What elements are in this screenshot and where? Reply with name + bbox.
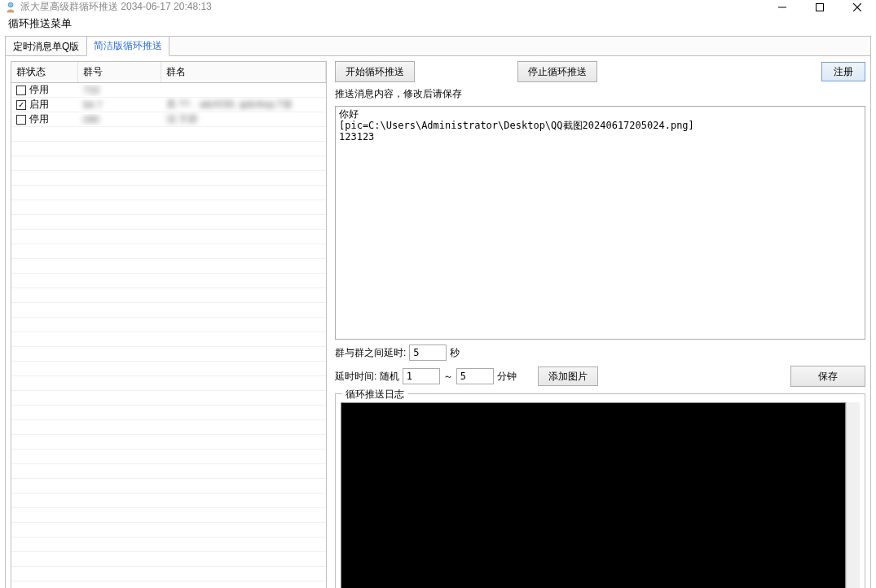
- row-number: 733: [83, 85, 99, 96]
- table-row: [11, 494, 326, 508]
- window-controls: [764, 0, 876, 14]
- delay-max-input[interactable]: [456, 368, 494, 384]
- row-checkbox[interactable]: [16, 86, 26, 95]
- svg-point-0: [8, 2, 13, 7]
- row-name: 活 方群: [166, 113, 198, 125]
- table-row: [11, 362, 326, 376]
- table-row: [11, 244, 326, 259]
- table-row: [11, 215, 326, 230]
- add-image-button[interactable]: 添加图片: [538, 366, 598, 386]
- minimize-button[interactable]: [764, 0, 801, 14]
- table-row: [11, 288, 326, 303]
- table-row: [11, 303, 326, 318]
- group-list-header: 群状态 群号 群名: [11, 62, 326, 83]
- tab-timed-single-q[interactable]: 定时消息单Q版: [6, 37, 86, 56]
- minutes-label: 分钟: [497, 370, 517, 384]
- save-button[interactable]: 保存: [790, 366, 865, 387]
- col-name[interactable]: 群名: [161, 62, 326, 82]
- tab-simple-loop-push[interactable]: 简洁版循环推送: [86, 36, 169, 56]
- close-button[interactable]: [839, 0, 876, 14]
- table-row: [11, 127, 326, 142]
- content-area: 群状态 群号 群名 停用 733✓启用94 7系 ??、a&#039; ≦&nb…: [6, 56, 870, 588]
- table-row: [11, 391, 326, 406]
- log-legend: 循环推送日志: [342, 388, 407, 402]
- app-icon: [5, 2, 16, 13]
- table-row: [11, 508, 326, 523]
- table-row: [11, 200, 326, 215]
- right-panel: 开始循环推送 停止循环推送 注册 推送消息内容，修改后请保存 群与群之间延时: …: [335, 61, 865, 588]
- row-status: 停用: [29, 83, 49, 97]
- svg-rect-2: [817, 3, 824, 11]
- maximize-button[interactable]: [801, 0, 839, 14]
- register-button[interactable]: 注册: [821, 62, 865, 81]
- start-loop-push-button[interactable]: 开始循环推送: [335, 61, 415, 82]
- between-delay-input[interactable]: [409, 344, 447, 361]
- table-row[interactable]: 停用 733: [11, 83, 326, 98]
- table-row: [11, 376, 326, 391]
- table-row[interactable]: ✓启用94 7系 ??、a&#039; ≦&nbsp;?派: [11, 98, 326, 112]
- delay-min-input[interactable]: [403, 368, 440, 384]
- table-row: [11, 259, 326, 274]
- table-row: [11, 538, 326, 552]
- table-row: [11, 420, 326, 435]
- stop-loop-push-button[interactable]: 停止循环推送: [517, 61, 597, 82]
- table-row: [11, 523, 326, 538]
- table-row: [11, 171, 326, 186]
- row-number: 090: [83, 114, 99, 125]
- main-frame: 定时消息单Q版 简洁版循环推送 群状态 群号 群名 停用 733✓启用94 7系…: [5, 36, 871, 588]
- table-row: [11, 274, 326, 288]
- table-row: [11, 552, 326, 567]
- row-checkbox[interactable]: ✓: [16, 100, 26, 110]
- group-list-body: 停用 733✓启用94 7系 ??、a&#039; ≦&nbsp;?派停用 09…: [11, 83, 326, 588]
- table-row: [11, 479, 326, 494]
- seconds-label: 秒: [450, 346, 460, 360]
- row-checkbox[interactable]: [16, 115, 26, 125]
- table-row: [11, 435, 326, 450]
- table-row: [11, 347, 326, 362]
- table-row: [11, 332, 326, 347]
- left-panel: 群状态 群号 群名 停用 733✓启用94 7系 ??、a&#039; ≦&nb…: [11, 61, 327, 588]
- table-row: [11, 318, 326, 332]
- range-separator: ～: [443, 370, 453, 384]
- table-row: [11, 156, 326, 171]
- table-row[interactable]: 停用 090活 方群: [11, 112, 326, 127]
- table-row: [11, 406, 326, 420]
- row-name: 系 ??、a&#039; ≦&nbsp;?派: [166, 99, 293, 110]
- top-button-row: 开始循环推送 停止循环推送 注册: [335, 61, 865, 82]
- col-number[interactable]: 群号: [78, 62, 161, 82]
- table-row: [11, 567, 326, 581]
- window-title: 派大星高级群循环推送 2034-06-17 20:48:13: [20, 0, 764, 14]
- table-row: [11, 142, 326, 156]
- tab-strip: 定时消息单Q版 简洁版循环推送: [6, 37, 870, 56]
- row-status: 启用: [29, 98, 49, 112]
- message-content-label: 推送消息内容，修改后请保存: [335, 87, 865, 101]
- row-number: 94 7: [83, 99, 102, 111]
- menu-label[interactable]: 循环推送菜单: [0, 14, 876, 36]
- title-bar: 派大星高级群循环推送 2034-06-17 20:48:13: [0, 0, 876, 14]
- col-status[interactable]: 群状态: [11, 62, 78, 82]
- table-row: [11, 230, 326, 244]
- table-row: [11, 450, 326, 464]
- table-row: [11, 464, 326, 479]
- group-list[interactable]: 群状态 群号 群名 停用 733✓启用94 7系 ??、a&#039; ≦&nb…: [11, 61, 327, 588]
- table-row: [11, 581, 326, 588]
- delay-range-label: 延时时间: 随机: [335, 370, 399, 384]
- between-delay-label: 群与群之间延时:: [335, 346, 406, 360]
- log-groupbox: 循环推送日志: [335, 393, 865, 588]
- log-scrollbar[interactable]: [846, 402, 860, 588]
- message-content-textarea[interactable]: [335, 106, 865, 340]
- table-row: [11, 186, 326, 200]
- row-status: 停用: [29, 112, 49, 126]
- log-output[interactable]: [341, 402, 846, 588]
